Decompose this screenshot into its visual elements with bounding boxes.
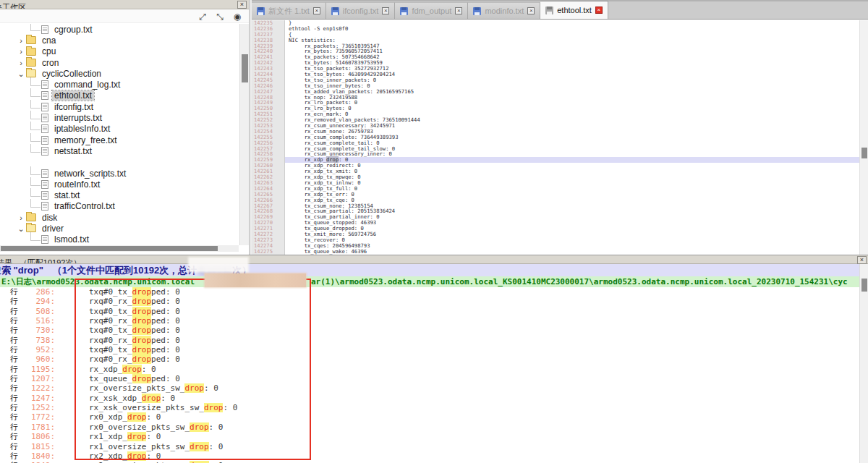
tree-item-cron[interactable]: ›cron <box>0 57 239 68</box>
tab-modinfo-txt[interactable]: modinfo.txt× <box>468 2 540 19</box>
result-row-label: 行 <box>10 383 18 393</box>
tree-item-label: lsmod.txt <box>52 234 91 245</box>
result-line-number: 1247 <box>23 394 55 403</box>
close-icon[interactable]: × <box>455 7 462 14</box>
close-icon[interactable]: × <box>382 7 389 14</box>
close-icon[interactable]: × <box>237 1 247 9</box>
file-icon <box>41 80 48 89</box>
file-tree: cgroup.txt›cna›cpu›cron⌄cyclicCollection… <box>0 24 239 245</box>
tab-bar: 新文件 1.txt×ifconfig.txt×fdm_output×modinf… <box>252 0 868 20</box>
scrollbar-thumb[interactable] <box>861 148 867 158</box>
tree-item-label: stat.txt <box>52 190 82 200</box>
line-text: tx_recover: 0 <box>285 237 859 243</box>
locate-file-icon[interactable]: ◉ <box>231 12 243 22</box>
tree-horizontal-scrollbar[interactable] <box>0 245 239 252</box>
file-icon <box>41 91 48 100</box>
result-line-number: 1195 <box>23 365 55 374</box>
results-vertical-scrollbar[interactable] <box>859 264 868 463</box>
tab-label: fdm_output <box>412 7 451 15</box>
result-row-label: 行 <box>10 336 18 345</box>
tree-item-cna[interactable]: ›cna <box>0 35 239 46</box>
scrollbar-thumb[interactable] <box>242 54 248 82</box>
tab-label: modinfo.txt <box>485 7 524 15</box>
tree-connector <box>30 88 41 97</box>
result-line-number: 1815 <box>23 442 55 451</box>
tree-connector <box>30 188 41 197</box>
tree-item-label: cyclicCollection <box>40 69 103 79</box>
result-row-label: 行 <box>10 412 18 422</box>
tree-item-cpu[interactable]: ›cpu <box>0 46 239 57</box>
line-text: tx_xmit_more: 569724756 <box>285 232 859 237</box>
result-line-number: 1806 <box>23 432 55 441</box>
tab-label: ethtool.txt <box>557 6 592 14</box>
editor-vertical-scrollbar[interactable] <box>859 20 868 255</box>
result-row-label: 行 <box>10 316 18 326</box>
tree-item-label: netstat.txt <box>52 146 94 156</box>
result-row-label: 行 <box>10 374 18 383</box>
tab--1-txt[interactable]: 新文件 1.txt× <box>252 2 326 19</box>
close-icon[interactable]: × <box>313 7 320 14</box>
result-line-number: 508 <box>23 307 55 316</box>
chevron-down-icon[interactable]: ⌄ <box>16 69 26 78</box>
save-icon <box>473 7 481 15</box>
chevron-right-icon[interactable]: › <box>16 213 26 222</box>
chevron-right-icon[interactable]: › <box>16 47 26 56</box>
app-window: 文件夹工作区 × ⤢ ⤡ ◉ cgroup.txt›cna›cpu›cron⌄c… <box>0 0 868 463</box>
tree-connector <box>30 144 41 153</box>
file-icon <box>41 191 48 200</box>
redaction-blur <box>205 273 306 287</box>
close-icon[interactable]: × <box>595 7 603 14</box>
close-icon[interactable]: × <box>857 256 867 264</box>
tab-label: 新文件 1.txt <box>268 6 310 17</box>
line-text: rx_xdp_tx_err: 0 <box>285 192 859 197</box>
result-row-label: 行 <box>10 394 18 403</box>
scrollbar-thumb[interactable] <box>861 279 867 292</box>
result-row-label: 行 <box>10 287 18 297</box>
chevron-down-icon[interactable]: ⌄ <box>16 224 26 233</box>
tree-item-label: cron <box>40 58 61 68</box>
tree-item-label: cgroup.txt <box>52 25 95 35</box>
close-icon[interactable]: × <box>527 7 535 14</box>
line-number: 142275 <box>252 249 285 255</box>
collapse-all-icon[interactable]: ⤡ <box>214 12 226 22</box>
tree-item-cgroup-txt[interactable]: cgroup.txt <box>0 24 239 35</box>
workspace-panel: 文件夹工作区 × ⤢ ⤡ ◉ cgroup.txt›cna›cpu›cron⌄c… <box>0 0 250 255</box>
file-icon <box>41 114 48 122</box>
tree-item-label: cpu <box>40 46 58 56</box>
tab-ethtool-txt[interactable]: ethtool.txt× <box>540 1 608 19</box>
tree-item-trafficcontrol-txt[interactable]: trafficControl.txt <box>0 201 239 212</box>
tab-ifconfig-txt[interactable]: ifconfig.txt× <box>326 2 396 19</box>
tree-item-label: trafficControl.txt <box>52 201 117 211</box>
tree-item-label: memory_free.txt <box>52 135 119 145</box>
result-line-number: 730 <box>23 326 55 335</box>
result-line-number: 960 <box>23 354 55 364</box>
chevron-right-icon[interactable]: › <box>16 59 26 67</box>
scrollbar-thumb[interactable] <box>1 246 218 251</box>
line-text: tx_nop: 232419588 <box>285 95 859 101</box>
tree-item-disk[interactable]: ›disk <box>0 212 239 223</box>
tree-vertical-scrollbar[interactable] <box>239 24 249 245</box>
file-icon <box>41 25 48 34</box>
result-line-number: 286 <box>23 287 55 297</box>
result-row-label: 行 <box>10 297 18 306</box>
line-text: } <box>285 20 859 26</box>
result-line-number: 516 <box>23 316 55 326</box>
tree-connector <box>30 232 41 241</box>
search-summary-line[interactable]: 搜索 "drop" （1个文件中匹配到10192次，总计有10192次） <box>0 264 859 276</box>
line-text: rx_xdp_tx_xmit: 0 <box>285 169 859 174</box>
code-area[interactable]: 142235}142236ethtool -S enp1s0f0142237{1… <box>252 20 859 255</box>
file-path-right: ar(1)\armod0523.odata.ncmp.unicom.local_… <box>311 276 848 287</box>
chevron-right-icon[interactable]: › <box>16 36 26 45</box>
file-icon <box>41 169 48 178</box>
tree-connector <box>30 111 41 119</box>
editor-line: 142236ethtool -S enp1s0f0 <box>252 26 859 32</box>
tree-item-lsmod-txt[interactable]: lsmod.txt <box>0 234 239 245</box>
expand-all-icon[interactable]: ⤢ <box>197 12 208 22</box>
tree-item-netstat-txt[interactable]: netstat.txt <box>0 145 239 156</box>
result-line-number: 1781 <box>23 422 55 432</box>
line-text: { <box>285 32 859 38</box>
tree-item-label: network_scripts.txt <box>52 169 128 179</box>
line-text: rx_lro_packets: 0 <box>285 100 859 106</box>
tab-fdm-output[interactable]: fdm_output× <box>395 2 468 19</box>
result-line-number: 1207 <box>23 374 55 383</box>
